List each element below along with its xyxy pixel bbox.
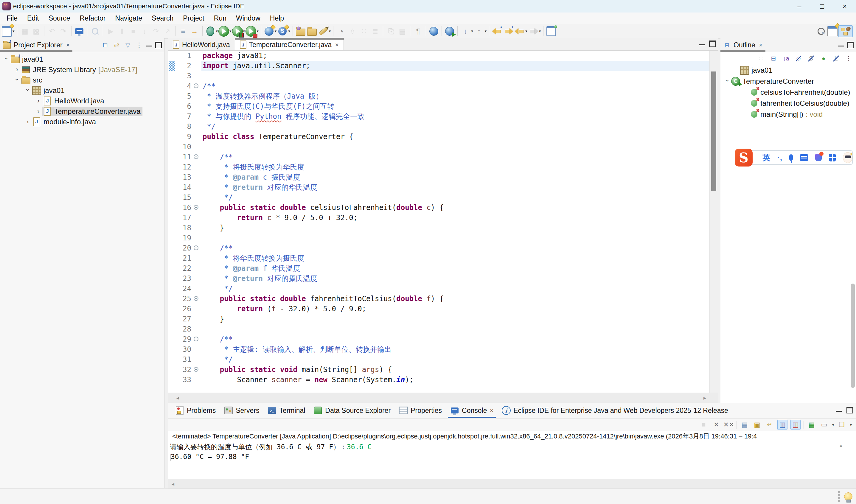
run-external-tools-button[interactable]: ⎘: [386, 25, 396, 37]
outline-item-fahrenheittocelsius-double-[interactable]: SfahrenheitToCelsius(double): [720, 98, 856, 109]
code-line-30[interactable]: 30 * 主逻辑: 读取输入、解析、判断单位、转换并输出: [168, 344, 709, 355]
outline-item-java01[interactable]: java01: [720, 65, 856, 76]
console-horizontal-scrollbar[interactable]: ◂: [168, 479, 856, 488]
new-wizard-button[interactable]: ▾: [1, 25, 15, 37]
open-resource-folder-button[interactable]: [307, 25, 317, 37]
collapse-fold-icon[interactable]: −: [194, 296, 198, 301]
redo-button[interactable]: ↷: [58, 25, 69, 37]
maximize-button[interactable]: □: [811, 0, 833, 13]
forward-history-button[interactable]: ▾: [528, 25, 541, 37]
code-line-17[interactable]: 17 return c * 9.0 / 5.0 + 32.0;: [168, 213, 709, 223]
code-line-29[interactable]: 29− /**: [168, 334, 709, 344]
code-line-14[interactable]: 14 * @return 对应的华氏温度: [168, 182, 709, 193]
minimize-icon[interactable]: [836, 409, 842, 412]
undo-button[interactable]: ↶: [47, 25, 57, 37]
code-text[interactable]: * 温度转换器示例程序（Java 版）: [201, 91, 709, 101]
editor-vertical-scrollbar[interactable]: [709, 51, 718, 393]
chevron-down-icon[interactable]: ›: [13, 76, 21, 84]
minimize-icon[interactable]: [699, 42, 705, 45]
code-line-22[interactable]: 22 * @param f 华氏温度: [168, 263, 709, 273]
menu-help[interactable]: Help: [265, 13, 289, 23]
code-line-26[interactable]: 26 return (f - 32.0) * 5.0 / 9.0;: [168, 304, 709, 314]
tab-outline[interactable]: ⊞ Outline ×: [720, 38, 765, 52]
tree-item-src[interactable]: ›src: [0, 75, 164, 85]
code-line-21[interactable]: 21 * 将华氏度转换为摄氏度: [168, 253, 709, 263]
code-line-10[interactable]: 10: [168, 142, 709, 152]
show-on-stdout-icon[interactable]: ▥: [777, 420, 787, 430]
chevron-down-icon[interactable]: ›: [724, 77, 731, 85]
use-step-filters-button[interactable]: →: [189, 25, 200, 37]
bottom-tab-properties[interactable]: Properties: [395, 403, 446, 418]
hide-non-public-icon[interactable]: ●: [819, 54, 828, 63]
mascot-icon[interactable]: [843, 152, 852, 163]
tree-item-module-info-java[interactable]: ›Jmodule-info.java: [0, 116, 164, 127]
dropdown-arrow-icon[interactable]: ▾: [525, 29, 528, 33]
hide-fields-icon[interactable]: ◇: [794, 54, 803, 63]
code-text[interactable]: Scanner scanner = new Scanner(System.in)…: [201, 375, 709, 385]
toolbox-icon[interactable]: [829, 154, 836, 161]
code-line-23[interactable]: 23 * @return 对应的摄氏温度: [168, 273, 709, 284]
view-menu-icon[interactable]: ⋮: [844, 54, 853, 63]
chevron-right-icon[interactable]: ›: [13, 66, 21, 74]
tree-item-helloworld-java[interactable]: ›JHelloWorld.java: [0, 96, 164, 106]
keyboard-icon[interactable]: [800, 154, 808, 161]
chevron-down-icon[interactable]: ›: [2, 55, 10, 62]
punctuation-icon[interactable]: ·,: [777, 153, 782, 162]
maximize-icon[interactable]: [847, 42, 854, 48]
code-text[interactable]: /**: [201, 243, 709, 253]
search-button[interactable]: [816, 25, 826, 37]
remove-all-terminated-icon[interactable]: ✕✕: [724, 420, 733, 430]
view-menu-icon[interactable]: ⋮: [135, 41, 143, 49]
code-text[interactable]: public static double celsiusToFahrenheit…: [201, 202, 709, 213]
code-text[interactable]: }: [201, 223, 709, 233]
collapse-fold-icon[interactable]: −: [194, 205, 198, 210]
right-edge-scrollbar-thumb[interactable]: [851, 284, 855, 388]
minimize-button[interactable]: –: [788, 0, 811, 13]
open-web-browser-button[interactable]: [428, 25, 439, 37]
scrollbar-thumb[interactable]: [711, 71, 716, 191]
editor-horizontal-scrollbar[interactable]: ◂ ▸: [168, 393, 718, 403]
menu-search[interactable]: Search: [147, 13, 178, 23]
clean-up-button[interactable]: ◊: [347, 25, 358, 37]
code-line-2[interactable]: 2import java.util.Scanner;: [168, 61, 709, 71]
dropdown-arrow-icon[interactable]: ▾: [229, 29, 232, 33]
team-sync-button[interactable]: ∷: [358, 25, 369, 37]
web-service-wizard-button[interactable]: S▾: [277, 25, 290, 37]
sort-icon[interactable]: ↓a: [782, 54, 790, 63]
collapse-fold-icon[interactable]: −: [194, 367, 198, 372]
menu-project[interactable]: Project: [178, 13, 209, 23]
report-design-button[interactable]: ≣: [370, 25, 380, 37]
code-lines[interactable]: 1package java01;2import java.util.Scanne…: [168, 51, 709, 393]
debug-button[interactable]: ▾: [205, 25, 218, 37]
import-resources-button[interactable]: [295, 25, 306, 37]
run-button[interactable]: ▾: [218, 25, 232, 37]
collapse-fold-icon[interactable]: −: [194, 337, 198, 341]
menu-source[interactable]: Source: [44, 13, 75, 23]
dropdown-arrow-icon[interactable]: ▾: [850, 423, 852, 427]
chevron-down-icon[interactable]: ›: [24, 86, 32, 94]
next-annotation-button[interactable]: ↓▾: [460, 25, 473, 37]
drop-to-frame-button[interactable]: ≡: [178, 25, 189, 37]
clear-console-icon[interactable]: ▤: [740, 420, 749, 430]
code-line-8[interactable]: 8 */: [168, 122, 709, 132]
collapse-fold-icon[interactable]: −: [194, 154, 198, 159]
code-text[interactable]: * 主逻辑: 读取输入、解析、判断单位、转换并输出: [201, 344, 709, 355]
scroll-left-icon[interactable]: ◂: [172, 481, 174, 487]
next-edit-location-button[interactable]: *: [503, 25, 514, 37]
bottom-tab-console[interactable]: Console×: [446, 403, 498, 418]
code-text[interactable]: * @return 对应的华氏温度: [201, 182, 709, 193]
bottom-tab-eclipse-ide-for-enterprise-java-and-web-developers-2025-12-release[interactable]: iEclipse IDE for Enterprise Java and Web…: [498, 403, 732, 418]
code-line-27[interactable]: 27 }: [168, 314, 709, 324]
open-console-icon[interactable]: ❏: [837, 420, 846, 430]
code-text[interactable]: public static double fahrenheitToCelsius…: [201, 294, 709, 304]
dropdown-arrow-icon[interactable]: ▾: [288, 29, 290, 33]
code-text[interactable]: }: [201, 314, 709, 324]
code-text[interactable]: return c * 9.0 / 5.0 + 32.0;: [201, 213, 709, 223]
open-perspective-button[interactable]: [827, 25, 838, 37]
menu-navigate[interactable]: Navigate: [110, 13, 147, 23]
code-text[interactable]: * 与你提供的 Python 程序功能、逻辑完全一致: [201, 111, 709, 122]
pin-editor-button[interactable]: [546, 25, 556, 37]
collapse-fold-icon[interactable]: −: [194, 246, 198, 250]
maximize-icon[interactable]: [155, 42, 162, 48]
bottom-tab-servers[interactable]: Servers: [220, 403, 263, 418]
